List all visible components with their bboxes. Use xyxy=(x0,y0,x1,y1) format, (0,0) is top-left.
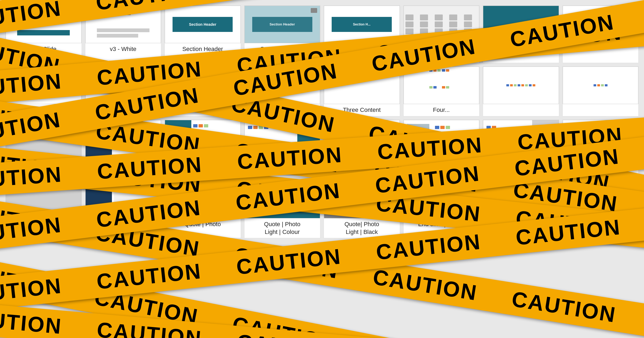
slide-item-title-content[interactable]: Title and Content xyxy=(5,66,82,116)
slide-item-extra4[interactable] xyxy=(562,181,639,238)
slide-item-five-content[interactable] xyxy=(483,66,559,116)
slide-label-end-slide-white: End slide | White xyxy=(498,218,544,230)
slide-label-four-content: Four... xyxy=(432,104,451,116)
slide-item-end-slide-colour[interactable]: End slide | Colour xyxy=(403,181,480,238)
slide-label-five-content xyxy=(520,104,522,108)
slide-item-photo-half-lhs[interactable]: S Half page LHS xyxy=(5,120,82,177)
slide-label-two-content: Two Content xyxy=(105,104,141,116)
slide-item-contents-page[interactable]: Contents Page xyxy=(403,5,480,63)
slide-label-one-content-photo-lhs: One Content |Photo LHS xyxy=(422,157,461,177)
slide-label-sidebar-rhs-one: Sidebar RHS | OneContent xyxy=(256,157,309,177)
slide-item-sidebar-rhs-one[interactable]: Sidebar RHS | OneContent xyxy=(244,120,321,177)
caution-text-10: CAUTION CAUTION CAUTION CAUTION CAUTION … xyxy=(0,258,644,338)
slide-item-colour-quote[interactable]: Colour quote xyxy=(85,181,162,238)
slide-item-one-content-photo-lhs[interactable]: One Content |Photo LHS xyxy=(403,120,480,177)
slide-item-photo-half-lhs2[interactable]: S Half pageLHS xyxy=(5,181,82,238)
caution-tape-10: CAUTION CAUTION CAUTION CAUTION CAUTION … xyxy=(0,252,644,338)
slide-label-extra2 xyxy=(599,104,602,108)
slide-label-sidebar-wide-content: ebar wide |Content xyxy=(187,157,218,177)
slide-item-extra2[interactable] xyxy=(562,66,639,116)
slide-item-title-slide[interactable]: Title Slide xyxy=(5,5,82,63)
slide-grid: Title Slide v3 - White Section Header Se… xyxy=(0,0,644,244)
slide-label-section-header-light: Section Header |Light photo xyxy=(259,43,305,63)
slide-item-two-content-12[interactable]: Two Content | 1:2 xyxy=(164,66,241,116)
slide-label-three-content: Three Content xyxy=(342,104,382,116)
slide-label-photo-half-rhs: Photo Half pageRHS xyxy=(499,157,543,177)
slide-item-sidebar-wide-content[interactable]: ebar wide |Content xyxy=(164,120,241,177)
slide-item-one-content-photo-rhs[interactable]: One Content |Photo RHS xyxy=(324,120,400,177)
slide-item-two-content[interactable]: Two Content xyxy=(85,66,162,116)
slide-label-extra4 xyxy=(599,218,602,223)
slide-label-teal-stripe xyxy=(599,43,602,47)
slide-label-quote-photo: Quote | Photo xyxy=(184,218,222,230)
caution-tape-12: CAUTION CAUTION CAUTION CAUTION CAUTION … xyxy=(0,300,644,338)
slide-item-extra3[interactable] xyxy=(562,120,639,177)
slide-label-end-slide-colour: End slide | Colour xyxy=(417,218,466,230)
slide-label-two-content2: Two Conte... xyxy=(265,104,300,116)
slide-item-end-slide-white[interactable]: End slide | White xyxy=(483,181,559,238)
slide-label-quote-photo-light-colour: Quote | PhotoLight | Colour xyxy=(263,218,301,238)
slide-item-photo-half-rhs[interactable]: Photo Half pageRHS xyxy=(483,120,559,177)
slide-item-teal-stripe[interactable] xyxy=(562,5,639,63)
slide-item-three-content[interactable]: Three Content xyxy=(324,66,400,116)
slide-label-section-header: Section Header xyxy=(181,43,224,55)
slide-item-four-content[interactable]: Four... xyxy=(403,66,480,116)
slide-label-contents-page: Contents Page xyxy=(421,43,462,55)
slide-label-quote-photo-light-black: Quote| PhotoLight | Black xyxy=(343,218,380,238)
slide-label-title-slide: Title Slide xyxy=(30,43,57,55)
slide-item-quote-photo[interactable]: Quote | Photo xyxy=(164,181,241,238)
slide-label-two-content-12: Two Content | 1:2 xyxy=(178,104,227,116)
slide-label-sidebar-wide: Sidebar wi... xyxy=(106,157,140,170)
slide-label-photo-half-lhs2: S Half pageLHS xyxy=(27,218,60,238)
slide-label-section-header-blue: Section H...Bl... xyxy=(345,43,378,63)
slide-item-section-header[interactable]: Section Header Section Header xyxy=(164,5,241,63)
slide-item-section-header-light[interactable]: Section Header Section Header |Light pho… xyxy=(244,5,321,63)
slide-label-photo-half-lhs: S Half page LHS xyxy=(20,157,67,170)
slide-item-quote-photo-light-colour[interactable]: Quote | PhotoLight | Colour xyxy=(244,181,321,238)
caution-text-12: CAUTION CAUTION CAUTION CAUTION CAUTION … xyxy=(0,305,644,338)
slide-label-section: Section xyxy=(510,43,532,55)
slide-item-section-header-blue[interactable]: Section H... Section H...Bl... xyxy=(324,5,400,63)
slide-item-quote-photo-light-black[interactable]: Quote| PhotoLight | Black xyxy=(324,181,400,238)
slide-item-v3-white[interactable]: v3 - White xyxy=(85,5,162,63)
slide-label-colour-quote: Colour quote xyxy=(105,218,141,230)
slide-item-section[interactable]: Section xyxy=(483,5,559,63)
slide-item-sidebar-wide[interactable]: Sidebar wi... xyxy=(85,120,162,177)
slide-label-extra3 xyxy=(599,157,602,162)
slide-label-title-content: Title and Content xyxy=(20,104,67,116)
slide-label-one-content-photo-rhs: One Content |Photo RHS xyxy=(342,157,381,177)
slide-item-two-content2[interactable]: Two Conte... xyxy=(244,66,321,116)
slide-label-v3-white: v3 - White xyxy=(109,43,137,55)
